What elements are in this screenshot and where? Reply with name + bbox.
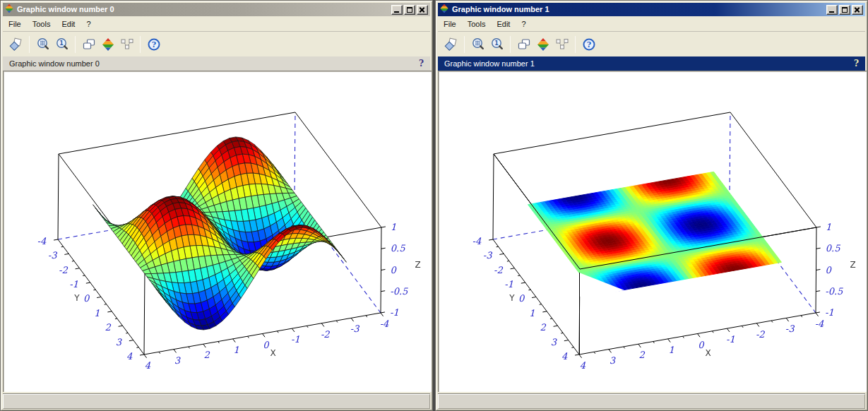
toolbar-separator <box>29 36 30 53</box>
zoom-original-button[interactable]: 1 <box>52 35 71 54</box>
zoom-one-icon: 1 <box>490 37 504 52</box>
minimize-button[interactable] <box>826 5 838 15</box>
help-button[interactable]: ? <box>579 35 598 54</box>
svg-text:1: 1 <box>494 40 499 47</box>
toolbar-separator <box>75 36 76 53</box>
toolbar-separator <box>510 36 511 53</box>
copy-figure-button[interactable] <box>79 35 98 54</box>
minimize-icon <box>829 11 834 13</box>
menu-bar: File Tools Edit ? <box>438 16 865 32</box>
rotate-button[interactable] <box>6 35 25 54</box>
menu-bar: File Tools Edit ? <box>3 16 430 32</box>
maximize-button[interactable] <box>404 5 415 15</box>
plot-canvas-flat-surface[interactable] <box>438 71 867 392</box>
infobar-help-icon[interactable]: ? <box>854 59 859 68</box>
status-bar <box>3 394 430 409</box>
close-button[interactable] <box>417 5 428 15</box>
help-icon: ? <box>582 37 596 52</box>
zoom-area-icon <box>36 37 50 52</box>
info-text: Graphic window number 0 <box>9 59 100 68</box>
maximize-icon <box>842 7 848 13</box>
scilab-ged-button[interactable] <box>533 35 552 54</box>
window-title: Graphic window number 1 <box>452 3 824 16</box>
status-bar <box>438 394 865 409</box>
toolbar-separator <box>140 36 141 53</box>
graphic-window-1: Graphic window number 1 File Tools Edit … <box>435 0 868 411</box>
scilab-ged-icon <box>536 37 550 52</box>
scilab-app-icon <box>439 4 449 16</box>
minimize-button[interactable] <box>391 5 403 15</box>
menu-edit[interactable]: Edit <box>491 18 516 30</box>
zoom-area-icon <box>471 37 485 52</box>
rotate-icon <box>9 37 23 52</box>
menu-tools[interactable]: Tools <box>462 18 492 30</box>
plot-canvas-surface[interactable] <box>3 71 432 392</box>
svg-text:?: ? <box>151 40 155 49</box>
zoom-area-button[interactable] <box>33 35 52 54</box>
copy-figure-icon <box>517 37 531 52</box>
graphic-window-0: Graphic window number 0 File Tools Edit … <box>0 0 433 411</box>
toolbar-separator <box>575 36 576 53</box>
infobar-help-icon[interactable]: ? <box>419 59 424 68</box>
info-bar: Graphic window number 1 ? <box>438 56 865 71</box>
edit-data-button[interactable] <box>117 35 136 54</box>
titlebar[interactable]: Graphic window number 1 <box>438 3 865 16</box>
menu-file[interactable]: File <box>438 18 462 30</box>
menu-file[interactable]: File <box>3 18 27 30</box>
toolbar: 1 ? <box>438 32 865 56</box>
copy-figure-icon <box>82 37 96 52</box>
rotate-button[interactable] <box>441 35 460 54</box>
info-bar: Graphic window number 0 ? <box>3 56 430 71</box>
svg-text:?: ? <box>586 40 590 49</box>
scilab-app-icon <box>4 4 14 16</box>
edit-data-button[interactable] <box>552 35 571 54</box>
rotate-icon <box>444 37 458 52</box>
maximize-icon <box>407 7 412 13</box>
menu-tools[interactable]: Tools <box>27 18 57 30</box>
menu-help[interactable]: ? <box>516 18 531 30</box>
maximize-button[interactable] <box>839 5 850 15</box>
close-button[interactable] <box>852 5 863 15</box>
svg-text:1: 1 <box>59 40 64 47</box>
menu-help[interactable]: ? <box>81 18 96 30</box>
minimize-icon <box>394 11 399 13</box>
zoom-area-button[interactable] <box>468 35 487 54</box>
window-title: Graphic window number 0 <box>17 3 388 16</box>
toolbar: 1 ? <box>3 32 430 56</box>
help-button[interactable]: ? <box>144 35 163 54</box>
info-text: Graphic window number 1 <box>444 59 535 68</box>
help-icon: ? <box>147 37 161 52</box>
toolbar-separator <box>464 36 465 53</box>
zoom-one-icon: 1 <box>55 37 69 52</box>
zoom-original-button[interactable]: 1 <box>487 35 506 54</box>
titlebar[interactable]: Graphic window number 0 <box>3 3 430 16</box>
scilab-ged-icon <box>101 37 115 52</box>
scilab-ged-button[interactable] <box>98 35 117 54</box>
edit-data-icon <box>555 37 569 52</box>
menu-edit[interactable]: Edit <box>56 18 81 30</box>
copy-figure-button[interactable] <box>514 35 533 54</box>
edit-data-icon <box>120 37 134 52</box>
